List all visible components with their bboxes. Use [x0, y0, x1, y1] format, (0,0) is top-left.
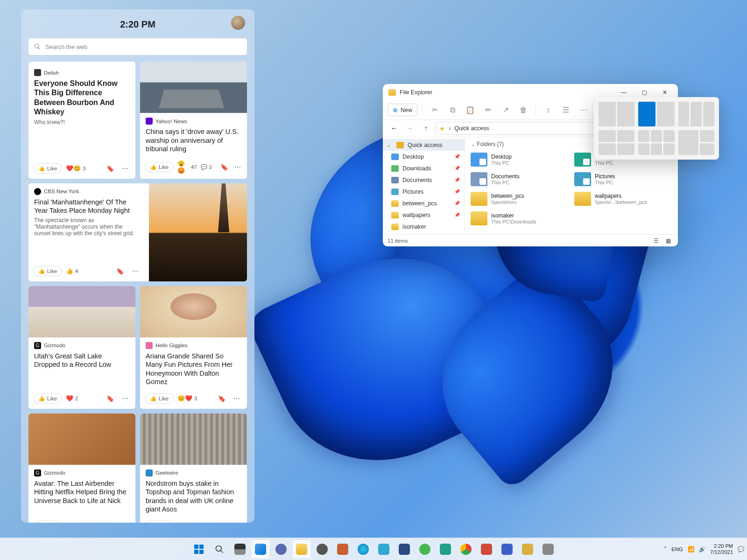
start-button[interactable]	[190, 540, 208, 559]
tray-volume-icon[interactable]: 🔊	[699, 546, 705, 553]
share-icon[interactable]: ↗	[498, 103, 513, 117]
taskbar-search-icon[interactable]	[210, 540, 229, 559]
taskbar-app-chrome[interactable]	[457, 540, 475, 559]
cut-icon[interactable]: ✂	[427, 103, 442, 117]
news-card[interactable]: Delish Everyone Should Know This Big Dif…	[28, 62, 135, 179]
new-button[interactable]: ⊕New	[388, 104, 417, 116]
snap-layout-option[interactable]	[678, 102, 714, 126]
bookmark-icon[interactable]: 🔖	[219, 161, 229, 173]
taskbar-app[interactable]	[333, 540, 352, 559]
sidebar-item-folder[interactable]: between_pcs📌	[383, 197, 465, 209]
folder-item[interactable]: wallpapers\\jarvis\...\between_pcs	[574, 190, 672, 207]
more-icon[interactable]: ⋯	[120, 393, 131, 404]
reactions[interactable]: 😊❤️3	[177, 395, 197, 402]
folder-item[interactable]: between_pcs\\jarvis\mro	[471, 190, 569, 207]
sidebar-item-desktop[interactable]: Desktop📌	[383, 151, 465, 162]
more-icon[interactable]: ⋯	[576, 103, 591, 117]
card-image	[140, 62, 247, 113]
more-icon[interactable]: ⋯	[233, 161, 242, 173]
snap-layout-option[interactable]	[638, 130, 674, 155]
tray-network-icon[interactable]: 📶	[688, 546, 694, 553]
source-icon	[146, 118, 153, 125]
details-view-icon[interactable]: ☰	[651, 237, 661, 245]
like-button[interactable]: 👍Like	[33, 521, 62, 523]
widgets-icon[interactable]	[251, 540, 270, 559]
news-card[interactable]: GGizmodo Avatar: The Last Airbender Hitt…	[28, 413, 135, 523]
tray-chevron-icon[interactable]: ˄	[664, 546, 667, 553]
copy-icon[interactable]: ⧉	[445, 103, 460, 117]
chat-icon[interactable]	[272, 540, 290, 559]
folder-item[interactable]: DocumentsThis PC	[471, 171, 569, 188]
like-button[interactable]: 👍Like	[145, 393, 174, 404]
rename-icon[interactable]: ✏	[480, 103, 495, 117]
user-avatar[interactable]	[231, 16, 245, 30]
folder-item[interactable]: DesktopThis PC	[471, 151, 569, 168]
taskbar-app[interactable]	[518, 540, 537, 559]
taskbar-app[interactable]	[374, 540, 393, 559]
news-card[interactable]: GGizmodo Utah's Great Salt Lake Dropped …	[28, 286, 135, 409]
widgets-search-input[interactable]: Search the web	[28, 38, 247, 55]
more-icon[interactable]: ⋯	[120, 163, 131, 174]
notifications-icon[interactable]: 💬	[738, 546, 744, 553]
bookmark-icon[interactable]: 🔖	[105, 520, 116, 523]
task-view-icon[interactable]	[231, 540, 249, 559]
more-icon[interactable]: ⋯	[120, 520, 131, 523]
forward-button[interactable]: →	[403, 122, 416, 135]
taskbar-app-edge[interactable]	[354, 540, 373, 559]
sidebar-item-folder[interactable]: wallpapers📌	[383, 209, 465, 221]
snap-layout-option[interactable]	[638, 102, 674, 126]
bookmark-icon[interactable]: 🔖	[105, 163, 116, 174]
taskbar-app[interactable]	[436, 540, 455, 559]
sidebar-item-folder[interactable]: isomaker	[383, 221, 465, 232]
like-button[interactable]: 👍Like	[145, 162, 174, 172]
taskbar-app[interactable]	[416, 540, 434, 559]
news-card[interactable]: CBS New York Final 'Manhattanhenge' Of T…	[28, 183, 247, 281]
reactions[interactable]: 😮😡47	[177, 160, 197, 174]
sort-icon[interactable]: ↕	[541, 103, 556, 117]
reactions[interactable]: ❤️😊3	[66, 165, 85, 172]
taskbar-app[interactable]	[498, 540, 516, 559]
source-label: Delish	[44, 70, 59, 76]
bookmark-icon[interactable]: 🔖	[216, 520, 227, 523]
back-button[interactable]: ←	[388, 122, 401, 135]
tiles-view-icon[interactable]: ▦	[663, 237, 673, 245]
snap-layout-option[interactable]	[599, 102, 634, 126]
reactions[interactable]: 👍4	[66, 267, 78, 274]
more-icon[interactable]: ⋯	[129, 266, 141, 277]
snap-layout-option[interactable]	[599, 130, 634, 155]
sidebar-item-pictures[interactable]: Pictures📌	[383, 186, 465, 197]
like-button[interactable]: 👍Like	[33, 393, 62, 404]
more-icon[interactable]: ⋯	[231, 520, 242, 523]
sidebar-item-documents[interactable]: Documents📌	[383, 174, 465, 186]
delete-icon[interactable]: 🗑	[516, 103, 531, 117]
like-button[interactable]: 👍Like	[33, 266, 62, 276]
view-icon[interactable]: ☰	[558, 103, 573, 117]
up-button[interactable]: ↑	[419, 122, 432, 135]
taskbar-app-settings[interactable]	[313, 540, 331, 559]
reactions[interactable]: ❤️2	[66, 395, 78, 402]
sidebar-quick-access[interactable]: Quick access	[383, 139, 465, 151]
source-icon	[146, 342, 153, 349]
source-icon	[146, 469, 153, 476]
taskbar-clock[interactable]: 2:20 PM 7/12/2021	[710, 543, 733, 555]
folder-item[interactable]: isomakerThis PC\Downloads	[471, 210, 569, 227]
news-card[interactable]: Geekwire Nordstrom buys stake in Topshop…	[140, 413, 247, 523]
bookmark-icon[interactable]: 🔖	[114, 266, 126, 277]
taskbar-app-explorer[interactable]	[292, 540, 311, 559]
news-card[interactable]: Hello Giggles Ariana Grande Shared So Ma…	[140, 286, 247, 409]
snap-layout-option[interactable]	[678, 130, 714, 155]
taskbar-app[interactable]	[539, 540, 557, 559]
sidebar-item-downloads[interactable]: Downloads📌	[383, 162, 465, 174]
like-button[interactable]: 👍Like	[145, 521, 174, 523]
like-button[interactable]: 👍Like	[33, 163, 62, 174]
comments[interactable]: 💬2	[201, 164, 212, 170]
bookmark-icon[interactable]: 🔖	[105, 393, 116, 404]
taskbar-app[interactable]	[477, 540, 496, 559]
folder-item[interactable]: PicturesThis PC	[574, 171, 672, 188]
bookmark-icon[interactable]: 🔖	[216, 393, 227, 404]
news-card[interactable]: Yahoo! News China says it 'drove away' U…	[140, 62, 247, 179]
language-indicator[interactable]: ENG	[671, 546, 683, 552]
taskbar-app-store[interactable]	[395, 540, 414, 559]
paste-icon[interactable]: 📋	[463, 103, 478, 117]
more-icon[interactable]: ⋯	[231, 393, 242, 404]
